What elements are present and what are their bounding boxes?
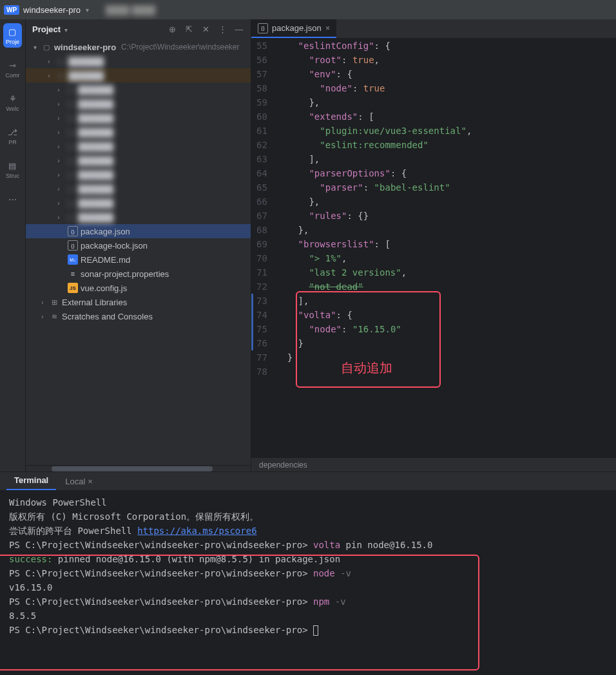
tree-folder-blurred[interactable]: › ▢ ██████ bbox=[26, 210, 251, 224]
chevron-right-icon[interactable]: › bbox=[39, 299, 46, 306]
hide-icon[interactable]: — bbox=[234, 24, 244, 34]
terminal-tab[interactable]: Terminal bbox=[6, 471, 56, 490]
close-icon[interactable]: × bbox=[88, 477, 93, 486]
terminal-tabs: TerminalLocal× bbox=[0, 472, 616, 490]
tree-file[interactable]: {} package.json bbox=[26, 224, 251, 238]
breadcrumb[interactable]: dependencies bbox=[251, 457, 616, 471]
sidebar-more[interactable]: ⋯ bbox=[5, 191, 21, 207]
code-line[interactable]: }, bbox=[276, 195, 616, 209]
code-line[interactable]: "root": true, bbox=[276, 53, 616, 67]
expand-icon[interactable]: ⇱ bbox=[184, 24, 194, 34]
chevron-right-icon[interactable]: › bbox=[55, 157, 63, 164]
project-name[interactable]: windseeker-pro bbox=[23, 5, 81, 15]
folder-icon: ▢ bbox=[65, 155, 75, 166]
chevron-right-icon[interactable]: › bbox=[45, 72, 53, 79]
close-icon[interactable]: × bbox=[325, 23, 331, 33]
tree-extra[interactable]: › ≋ Scratches and Consoles bbox=[26, 309, 251, 323]
tree-folder-blurred[interactable]: › ▢ ██████ bbox=[26, 54, 251, 68]
code-line[interactable]: "extends": [ bbox=[276, 109, 616, 124]
chevron-down-icon[interactable]: ▾ bbox=[86, 6, 89, 14]
sidebar-welcome[interactable]: ⚘ Welc bbox=[4, 90, 22, 115]
json-icon: {} bbox=[68, 226, 78, 236]
prop-icon: ≡ bbox=[68, 269, 78, 279]
code-line[interactable]: ], bbox=[276, 152, 616, 166]
code-line[interactable]: }, bbox=[276, 223, 616, 237]
code-line[interactable]: ], bbox=[276, 294, 616, 308]
tree-folder-blurred[interactable]: › ▢ ██████ bbox=[26, 111, 251, 125]
tree-folder-blurred[interactable]: › ▢ ██████ bbox=[26, 68, 251, 82]
chevron-right-icon[interactable]: › bbox=[55, 185, 63, 193]
tree-folder-blurred[interactable]: › ▢ ██████ bbox=[26, 167, 251, 182]
code-line[interactable]: "eslintConfig": { bbox=[276, 39, 616, 53]
tree-folder-blurred[interactable]: › ▢ ██████ bbox=[26, 153, 251, 167]
tool-sidebar: ▢ Proje ⊸ Comr ⚘ Welc ⎇ PR ▤ Struc ⋯ bbox=[0, 19, 26, 471]
line-number: 56 bbox=[256, 53, 267, 67]
locate-icon[interactable]: ⊕ bbox=[167, 24, 177, 34]
sidebar-folder[interactable]: ▢ Proje bbox=[3, 23, 22, 48]
scrollbar-horizontal[interactable] bbox=[26, 465, 251, 471]
chevron-right-icon[interactable]: › bbox=[55, 100, 63, 108]
chevron-right-icon[interactable]: › bbox=[55, 200, 63, 207]
code-line[interactable]: "> 1%", bbox=[276, 251, 616, 265]
more-icon[interactable]: ⋮ bbox=[217, 24, 227, 34]
code-line[interactable]: "rules": {} bbox=[276, 209, 616, 223]
terminal-line: 8.5.5 bbox=[9, 609, 607, 623]
chevron-right-icon[interactable]: › bbox=[45, 58, 53, 65]
chevron-down-icon[interactable]: ▾ bbox=[64, 26, 68, 33]
code-line[interactable]: }, bbox=[276, 95, 616, 109]
tree-folder-blurred[interactable]: › ▢ ██████ bbox=[26, 196, 251, 210]
file-tree: ▾ ▢ windseeker-pro C:\Project\Windseeker… bbox=[26, 39, 251, 465]
folder-icon: ▢ bbox=[65, 99, 75, 109]
tree-extra[interactable]: › ⊞ External Libraries bbox=[26, 295, 251, 309]
terminal-content[interactable]: Windows PowerShell版权所有 (C) Microsoft Cor… bbox=[0, 490, 616, 675]
code-line[interactable]: "volta": { bbox=[276, 308, 616, 322]
editor-tabs: {} package.json × bbox=[251, 19, 616, 39]
tree-folder-blurred[interactable]: › ▢ ██████ bbox=[26, 82, 251, 97]
terminal-line: PS C:\Project\Windseeker\windseeker-pro\… bbox=[9, 538, 607, 552]
code-line[interactable]: "parser": "babel-eslint" bbox=[276, 180, 616, 195]
folder-icon: ▢ bbox=[65, 84, 75, 95]
tree-folder-blurred[interactable]: › ▢ ██████ bbox=[26, 182, 251, 196]
line-number: 71 bbox=[256, 265, 267, 280]
md-icon: M↓ bbox=[68, 254, 78, 265]
code-line[interactable]: "browserslist": [ bbox=[276, 237, 616, 251]
code-line[interactable]: "node": true bbox=[276, 81, 616, 95]
tree-folder-blurred[interactable]: › ▢ ██████ bbox=[26, 139, 251, 153]
code-line[interactable]: } bbox=[276, 336, 616, 350]
chevron-right-icon[interactable]: › bbox=[39, 313, 46, 320]
sidebar-commit[interactable]: ⊸ Comr bbox=[3, 57, 23, 81]
collapse-icon[interactable]: ✕ bbox=[200, 24, 211, 34]
tab-package-json[interactable]: {} package.json × bbox=[251, 19, 336, 38]
chevron-right-icon[interactable]: › bbox=[55, 86, 63, 93]
code-line[interactable]: "env": { bbox=[276, 67, 616, 81]
tree-root[interactable]: ▾ ▢ windseeker-pro C:\Project\Windseeker… bbox=[26, 40, 251, 54]
code-line[interactable]: "last 2 versions", bbox=[276, 265, 616, 280]
tree-folder-blurred[interactable]: › ▢ ██████ bbox=[26, 125, 251, 139]
chevron-right-icon[interactable]: › bbox=[55, 143, 63, 150]
terminal-tab[interactable]: Local× bbox=[57, 473, 101, 490]
code-line[interactable]: "node": "16.15.0" bbox=[276, 322, 616, 336]
code-line[interactable]: "eslint:recommended" bbox=[276, 138, 616, 152]
tree-folder-blurred[interactable]: › ▢ ██████ bbox=[26, 97, 251, 111]
sidebar-struct[interactable]: ▤ Struc bbox=[3, 157, 22, 182]
code-line[interactable]: "not dead" bbox=[276, 280, 616, 294]
tree-file[interactable]: JS vue.config.js bbox=[26, 281, 251, 295]
terminal-line: PS C:\Project\Windseeker\windseeker-pro\… bbox=[9, 594, 607, 609]
chevron-down-icon[interactable]: ▾ bbox=[31, 44, 39, 51]
code-line[interactable] bbox=[276, 365, 616, 379]
code-content[interactable]: "eslintConfig": { "root": true, "env": {… bbox=[276, 39, 616, 457]
chevron-right-icon[interactable]: › bbox=[55, 129, 63, 136]
terminal-line: Windows PowerShell bbox=[9, 495, 607, 509]
code-line[interactable]: "parserOptions": { bbox=[276, 166, 616, 180]
tree-file[interactable]: {} package-lock.json bbox=[26, 238, 251, 252]
code-line[interactable]: "plugin:vue/vue3-essential", bbox=[276, 124, 616, 138]
chevron-right-icon[interactable]: › bbox=[55, 214, 63, 221]
code-editor[interactable]: 5556575859606162636465666768697071727374… bbox=[251, 39, 616, 457]
sidebar-pr[interactable]: ⎇ PR bbox=[5, 124, 21, 148]
tree-file[interactable]: ≡ sonar-project.properties bbox=[26, 267, 251, 281]
chevron-right-icon[interactable]: › bbox=[55, 171, 63, 178]
chevron-right-icon[interactable]: › bbox=[55, 115, 63, 122]
panel-title[interactable]: Project bbox=[32, 24, 61, 34]
tree-file[interactable]: M↓ README.md bbox=[26, 252, 251, 267]
code-line[interactable]: } bbox=[276, 350, 616, 365]
